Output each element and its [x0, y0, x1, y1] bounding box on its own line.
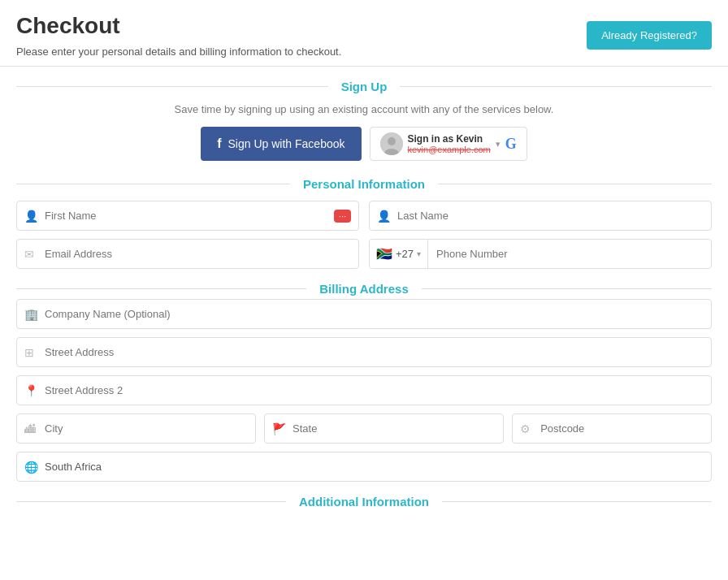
first-name-input[interactable]	[16, 201, 359, 231]
avatar	[380, 132, 403, 155]
phone-country-selector[interactable]: 🇿🇦 +27 ▾	[370, 240, 428, 268]
autofill-icon[interactable]: ···	[334, 210, 351, 223]
phone-field-inner: 🇿🇦 +27 ▾	[369, 239, 712, 269]
postcode-input[interactable]	[512, 413, 712, 444]
additional-divider: Additional Information	[16, 495, 712, 509]
last-name-input[interactable]	[369, 201, 712, 231]
email-field: ✉	[16, 239, 359, 269]
signup-title: Sign Up	[328, 80, 401, 93]
additional-section: Additional Information	[0, 495, 728, 509]
street-field: ⊞	[16, 337, 712, 367]
billing-address-section: Billing Address 🏢 ⊞ 📍 🏙 🚩 ⚙	[0, 282, 728, 482]
city-icon: 🏙	[24, 422, 36, 435]
country-field: 🌐	[16, 452, 712, 482]
flag-icon: 🇿🇦	[376, 246, 392, 262]
street-input[interactable]	[16, 337, 712, 367]
header: Checkout Please enter your personal deta…	[0, 0, 728, 67]
signup-subtitle: Save time by signing up using an existin…	[16, 103, 712, 115]
email-input[interactable]	[16, 239, 359, 269]
billing-title: Billing Address	[306, 282, 421, 296]
gear-icon: ⚙	[520, 422, 531, 435]
grid-icon: ⊞	[24, 346, 34, 359]
google-user-info: Sign in as Kevin kevin@example.com	[408, 133, 491, 154]
state-input[interactable]	[264, 413, 504, 444]
state-icon: 🚩	[272, 422, 286, 435]
last-name-field: 👤	[369, 201, 712, 231]
first-name-field: 👤 ···	[16, 201, 359, 231]
street2-input[interactable]	[16, 375, 712, 405]
person-icon-2: 👤	[377, 210, 391, 223]
google-email-label: kevin@example.com	[408, 145, 491, 154]
company-field: 🏢	[16, 299, 712, 329]
name-row: 👤 ··· 👤	[16, 201, 712, 231]
street2-field: 📍	[16, 375, 712, 405]
social-buttons: f Sign Up with Facebook Sign in as Kevin…	[16, 127, 712, 161]
signup-section: Sign Up Save time by signing up using an…	[0, 80, 728, 161]
globe-icon: 🌐	[24, 461, 38, 474]
person-icon: 👤	[24, 210, 38, 223]
dropdown-arrow-icon-2: ▾	[417, 249, 421, 258]
google-icon: G	[505, 136, 517, 153]
city-state-post-row: 🏙 🚩 ⚙	[16, 413, 712, 444]
dropdown-arrow-icon: ▾	[496, 139, 500, 149]
location-icon: 📍	[24, 384, 38, 397]
phone-input[interactable]	[428, 240, 711, 268]
header-left: Checkout Please enter your personal deta…	[16, 13, 341, 58]
facebook-signup-button[interactable]: f Sign Up with Facebook	[201, 127, 361, 161]
email-icon: ✉	[24, 248, 34, 261]
signup-divider: Sign Up	[16, 80, 712, 93]
additional-title: Additional Information	[286, 495, 442, 509]
building-icon: 🏢	[24, 308, 38, 321]
facebook-btn-label: Sign Up with Facebook	[228, 137, 345, 150]
google-signin-button[interactable]: Sign in as Kevin kevin@example.com ▾ G	[370, 127, 527, 161]
phone-field: 🇿🇦 +27 ▾	[369, 239, 712, 269]
city-field: 🏙	[16, 413, 256, 444]
personal-info-divider: Personal Information	[16, 177, 712, 191]
page-title: Checkout	[16, 13, 341, 39]
billing-divider: Billing Address	[16, 282, 712, 296]
google-sign-in-label: Sign in as Kevin	[408, 133, 483, 145]
page-subtitle: Please enter your personal details and b…	[16, 45, 341, 58]
city-input[interactable]	[16, 413, 256, 444]
personal-info-section: Personal Information 👤 ··· 👤 ✉ 🇿🇦	[0, 177, 728, 269]
country-input[interactable]	[16, 452, 712, 482]
page-container: Checkout Please enter your personal deta…	[0, 0, 728, 580]
svg-point-1	[388, 137, 396, 145]
state-field: 🚩	[264, 413, 504, 444]
company-input[interactable]	[16, 299, 712, 329]
contact-row: ✉ 🇿🇦 +27 ▾	[16, 239, 712, 269]
personal-info-title: Personal Information	[290, 177, 438, 191]
facebook-icon: f	[217, 136, 221, 151]
postcode-field: ⚙	[512, 413, 712, 444]
country-code: +27	[396, 248, 414, 260]
already-registered-button[interactable]: Already Registered?	[587, 21, 712, 50]
